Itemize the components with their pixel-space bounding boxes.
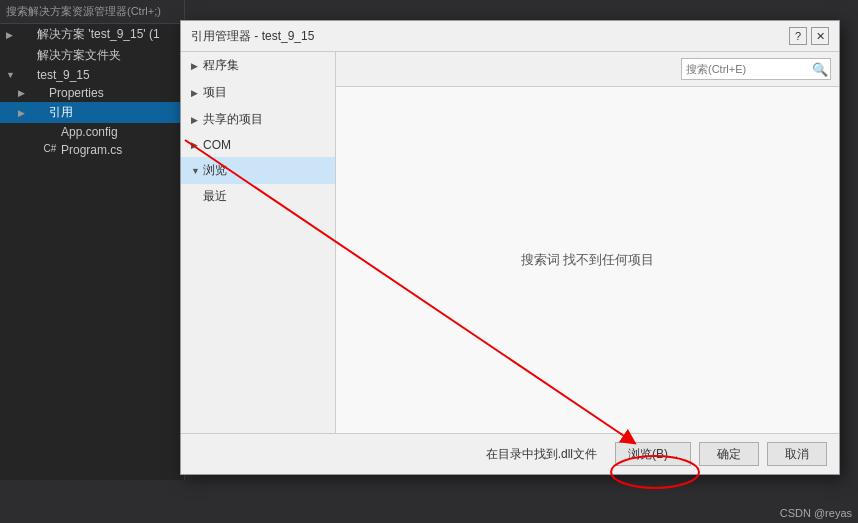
footer-hint: 在目录中找到.dll文件 — [193, 446, 597, 463]
tree-label-references: 引用 — [49, 104, 73, 121]
tree-icon-appconfig — [42, 125, 58, 139]
tree-arrow-references: ▶ — [18, 108, 30, 118]
dialog-nav: ▶ 程序集▶ 项目▶ 共享的项目▶ COM▼ 浏览最近 — [181, 52, 336, 433]
tree-label-programcs: Program.cs — [61, 143, 122, 157]
watermark: CSDN @reyas — [780, 507, 852, 519]
tree-item-properties[interactable]: ▶Properties — [0, 84, 184, 102]
tree-label-appconfig: App.config — [61, 125, 118, 139]
dialog-title: 引用管理器 - test_9_15 — [191, 28, 314, 45]
nav-label-assemblies: 程序集 — [203, 57, 239, 74]
tree-icon-references — [30, 106, 46, 120]
nav-item-recent[interactable]: 最近 — [181, 184, 335, 209]
solution-explorer: 搜索解决方案资源管理器(Ctrl+;) ▶解决方案 'test_9_15' (1… — [0, 0, 185, 480]
tree-item-appconfig[interactable]: App.config — [0, 123, 184, 141]
titlebar-buttons: ? ✕ — [789, 27, 829, 45]
cancel-button[interactable]: 取消 — [767, 442, 827, 466]
tree-icon-project — [18, 68, 34, 82]
nav-item-com[interactable]: ▶ COM — [181, 133, 335, 157]
dialog-footer: 在目录中找到.dll文件 浏览(B)... 确定 取消 — [181, 433, 839, 474]
tree-arrow-solution: ▶ — [6, 30, 18, 40]
nav-item-browse[interactable]: ▼ 浏览 — [181, 157, 335, 184]
tree-icon-solution — [18, 28, 34, 42]
nav-arrow-com: ▶ — [191, 140, 203, 150]
tree-arrow-project: ▼ — [6, 70, 18, 80]
ok-button[interactable]: 确定 — [699, 442, 759, 466]
nav-label-browse: 浏览 — [203, 162, 227, 179]
dialog-titlebar: 引用管理器 - test_9_15 ? ✕ — [181, 21, 839, 52]
close-button[interactable]: ✕ — [811, 27, 829, 45]
tree-icon-solution_folder — [18, 49, 34, 63]
empty-message: 搜索词 找不到任何项目 — [336, 87, 839, 433]
nav-arrow-assemblies: ▶ — [191, 61, 203, 71]
tree-icon-properties — [30, 86, 46, 100]
nav-item-projects[interactable]: ▶ 项目 — [181, 79, 335, 106]
search-input[interactable] — [681, 58, 831, 80]
nav-item-assemblies[interactable]: ▶ 程序集 — [181, 52, 335, 79]
nav-label-com: COM — [203, 138, 231, 152]
dialog-content: 🔍 搜索词 找不到任何项目 — [336, 52, 839, 433]
tree-item-solution_folder[interactable]: 解决方案文件夹 — [0, 45, 184, 66]
nav-arrow-projects: ▶ — [191, 88, 203, 98]
nav-item-shared[interactable]: ▶ 共享的项目 — [181, 106, 335, 133]
tree-label-solution: 解决方案 'test_9_15' (1 — [37, 26, 160, 43]
tree-label-solution_folder: 解决方案文件夹 — [37, 47, 121, 64]
dialog-body: ▶ 程序集▶ 项目▶ 共享的项目▶ COM▼ 浏览最近 🔍 搜索词 找不到任何项… — [181, 52, 839, 433]
solution-explorer-title: 搜索解决方案资源管理器(Ctrl+;) — [0, 0, 184, 24]
nav-arrow-shared: ▶ — [191, 115, 203, 125]
tree-item-programcs[interactable]: C#Program.cs — [0, 141, 184, 159]
nav-arrow-browse: ▼ — [191, 166, 203, 176]
reference-manager-dialog: 引用管理器 - test_9_15 ? ✕ ▶ 程序集▶ 项目▶ 共享的项目▶ … — [180, 20, 840, 475]
tree-arrow-properties: ▶ — [18, 88, 30, 98]
solution-tree: ▶解决方案 'test_9_15' (1解决方案文件夹▼test_9_15▶Pr… — [0, 24, 184, 159]
browse-button[interactable]: 浏览(B)... — [615, 442, 691, 466]
nav-label-projects: 项目 — [203, 84, 227, 101]
tree-label-properties: Properties — [49, 86, 104, 100]
tree-item-project[interactable]: ▼test_9_15 — [0, 66, 184, 84]
tree-item-references[interactable]: ▶引用 — [0, 102, 184, 123]
tree-label-project: test_9_15 — [37, 68, 90, 82]
nav-label-shared: 共享的项目 — [203, 111, 263, 128]
nav-label-recent: 最近 — [203, 189, 227, 203]
tree-item-solution[interactable]: ▶解决方案 'test_9_15' (1 — [0, 24, 184, 45]
help-button[interactable]: ? — [789, 27, 807, 45]
search-icon[interactable]: 🔍 — [811, 60, 829, 78]
search-bar: 🔍 — [336, 52, 839, 87]
nav-items-container: ▶ 程序集▶ 项目▶ 共享的项目▶ COM▼ 浏览最近 — [181, 52, 335, 209]
tree-icon-programcs: C# — [42, 143, 58, 157]
